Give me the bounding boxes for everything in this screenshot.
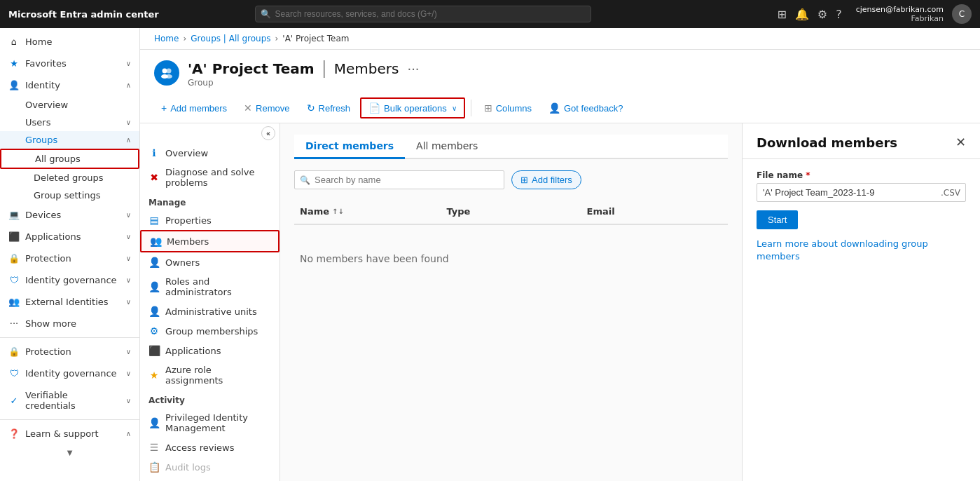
owners-icon: 👤 bbox=[149, 257, 160, 268]
right-panel-close-button[interactable]: ✕ bbox=[955, 135, 966, 150]
right-panel-body: File name * .CSV Start Learn more about … bbox=[743, 159, 980, 274]
left-nav-activity-section: Activity bbox=[140, 390, 279, 408]
tab-direct-members[interactable]: Direct members bbox=[294, 135, 405, 159]
sidebar-item-show-more[interactable]: ··· Show more bbox=[0, 313, 139, 334]
sidebar-sub-item-all-groups[interactable]: All groups bbox=[0, 149, 139, 169]
user-org: Fabrikan bbox=[911, 14, 944, 23]
sidebar-item-home[interactable]: ⌂ Home bbox=[0, 31, 139, 53]
left-nav-properties[interactable]: ▤ Properties bbox=[140, 210, 279, 230]
applications-nav-icon: ⬛ bbox=[149, 345, 160, 356]
protection-chevron: ∨ bbox=[126, 255, 131, 262]
sidebar-item-verifiable-credentials[interactable]: ✓ Verifiable credentials ∨ bbox=[0, 384, 139, 416]
sidebar-item-external-identities[interactable]: 👥 External Identities ∨ bbox=[0, 291, 139, 313]
nav-collapse-button[interactable]: « bbox=[261, 126, 275, 140]
search-box: 🔍 bbox=[294, 170, 504, 189]
user-avatar[interactable]: C bbox=[952, 4, 972, 24]
page-header-icon bbox=[154, 60, 179, 86]
breadcrumb: Home › Groups | All groups › 'A' Project… bbox=[140, 28, 980, 50]
sidebar-item-protection-section[interactable]: 🔒 Protection ∨ bbox=[0, 341, 139, 363]
sidebar-item-identity[interactable]: 👤 Identity ∧ bbox=[0, 74, 139, 96]
left-nav-bulk-operation-results[interactable]: 👥 Bulk operation results bbox=[140, 477, 279, 481]
bell-icon[interactable]: 🔔 bbox=[795, 8, 809, 21]
sidebar-sub-item-overview[interactable]: Overview bbox=[0, 96, 139, 114]
left-nav-access-reviews[interactable]: ☰ Access reviews bbox=[140, 438, 279, 457]
left-nav-owners[interactable]: 👤 Owners bbox=[140, 252, 279, 272]
external-identities-chevron: ∨ bbox=[126, 298, 131, 306]
sidebar-sub-item-groups[interactable]: Groups ∧ bbox=[0, 131, 139, 149]
settings-icon[interactable]: ⚙ bbox=[817, 8, 827, 21]
left-nav-audit-logs[interactable]: 📋 Audit logs bbox=[140, 457, 279, 477]
file-name-label: File name * bbox=[757, 170, 966, 180]
left-nav-group-memberships[interactable]: ⚙ Group memberships bbox=[140, 321, 279, 341]
help-icon[interactable]: ? bbox=[836, 8, 842, 21]
global-search-input[interactable] bbox=[255, 6, 591, 22]
left-nav: « ℹ Overview ✖ Diagnose and solve proble… bbox=[140, 123, 280, 481]
add-members-button[interactable]: + Add members bbox=[154, 99, 234, 117]
add-filters-button[interactable]: ⊞ Add filters bbox=[511, 170, 581, 189]
verifiable-credentials-icon: ✓ bbox=[8, 395, 20, 406]
filter-icon: ⊞ bbox=[520, 175, 528, 185]
got-feedback-button[interactable]: 👤 Got feedback? bbox=[541, 99, 630, 117]
learn-more-link[interactable]: Learn more about downloading group membe… bbox=[757, 238, 966, 263]
left-nav-members[interactable]: 👥 Members bbox=[140, 230, 279, 252]
left-nav-diagnose[interactable]: ✖ Diagnose and solve problems bbox=[140, 163, 279, 192]
sidebar-item-applications[interactable]: ⬛ Applications ∨ bbox=[0, 226, 139, 248]
topbar-actions: ⊞ 🔔 ⚙ ? cjensen@fabrikan.com Fabrikan C bbox=[777, 4, 972, 24]
identity-governance-icon: 🛡 bbox=[8, 275, 20, 285]
bulk-operations-button[interactable]: 📄 Bulk operations ∨ bbox=[360, 97, 465, 118]
right-panel-header: Download members ✕ bbox=[743, 123, 980, 159]
columns-button[interactable]: ⊞ Columns bbox=[477, 99, 539, 117]
file-name-input[interactable] bbox=[757, 183, 966, 202]
sidebar-item-devices[interactable]: 💻 Devices ∨ bbox=[0, 204, 139, 226]
topbar-user-info: cjensen@fabrikan.com Fabrikan bbox=[856, 5, 944, 23]
main-inner: Direct members All members 🔍 ⊞ Add filte… bbox=[280, 123, 742, 481]
sidebar-divider-1 bbox=[0, 337, 139, 338]
sidebar-sub-item-deleted-groups[interactable]: Deleted groups bbox=[0, 169, 139, 187]
left-nav-azure-role[interactable]: ★ Azure role assignments bbox=[140, 360, 279, 390]
columns-icon: ⊞ bbox=[484, 102, 492, 114]
sidebar-sub-item-group-settings[interactable]: Group settings bbox=[0, 187, 139, 204]
toolbar: + Add members ✕ Remove ↻ Refresh 📄 Bulk … bbox=[140, 93, 980, 123]
sidebar-item-identity-governance[interactable]: 🛡 Identity governance ∨ bbox=[0, 269, 139, 291]
overview-icon: ℹ bbox=[149, 147, 160, 158]
portal-icon[interactable]: ⊞ bbox=[777, 8, 786, 21]
breadcrumb-home[interactable]: Home bbox=[154, 34, 179, 43]
sidebar-sub-item-users[interactable]: Users ∨ bbox=[0, 114, 139, 131]
left-nav-overview[interactable]: ℹ Overview bbox=[140, 143, 279, 163]
groups-chevron: ∧ bbox=[126, 136, 131, 144]
breadcrumb-sep-1: › bbox=[183, 34, 186, 43]
sidebar-item-identity-governance-section[interactable]: 🛡 Identity governance ∨ bbox=[0, 363, 139, 384]
page-header-more-btn[interactable]: ··· bbox=[407, 62, 419, 76]
left-nav-roles-admin[interactable]: 👤 Roles and administrators bbox=[140, 272, 279, 302]
left-nav-admin-units[interactable]: 👤 Administrative units bbox=[140, 302, 279, 321]
audit-logs-icon: 📋 bbox=[149, 461, 160, 473]
external-identities-icon: 👥 bbox=[8, 297, 20, 307]
breadcrumb-sep-2: › bbox=[275, 34, 279, 43]
search-container: 🔍 bbox=[255, 6, 591, 22]
svg-point-1 bbox=[167, 69, 172, 74]
learn-support-chevron: ∧ bbox=[126, 430, 131, 438]
learn-support-icon: ❓ bbox=[8, 428, 20, 439]
tab-all-members[interactable]: All members bbox=[405, 135, 489, 159]
main-content: Direct members All members 🔍 ⊞ Add filte… bbox=[280, 123, 742, 481]
sidebar-item-learn-support[interactable]: ❓ Learn & support ∧ bbox=[0, 423, 139, 445]
star-icon: ★ bbox=[8, 58, 20, 69]
sidebar-item-protection[interactable]: 🔒 Protection ∨ bbox=[0, 248, 139, 269]
identity-governance-section-icon: 🛡 bbox=[8, 368, 20, 379]
start-button[interactable]: Start bbox=[757, 210, 798, 229]
protection-section-icon: 🔒 bbox=[8, 346, 20, 357]
left-nav-privileged-identity[interactable]: 👤 Privileged Identity Management bbox=[140, 408, 279, 438]
svg-point-3 bbox=[165, 74, 172, 79]
remove-icon: ✕ bbox=[244, 102, 252, 114]
topbar: Microsoft Entra admin center 🔍 ⊞ 🔔 ⚙ ? c… bbox=[0, 0, 980, 28]
refresh-button[interactable]: ↻ Refresh bbox=[300, 99, 358, 117]
sidebar-scroll-bottom[interactable]: ▼ bbox=[0, 445, 139, 461]
remove-button[interactable]: ✕ Remove bbox=[237, 99, 296, 117]
sidebar-item-favorites[interactable]: ★ Favorites ∨ bbox=[0, 53, 139, 74]
sidebar: ⌂ Home ★ Favorites ∨ 👤 Identity ∧ Overvi… bbox=[0, 28, 140, 481]
identity-governance-section-chevron: ∨ bbox=[126, 370, 131, 377]
member-search-input[interactable] bbox=[294, 170, 504, 189]
left-nav-applications[interactable]: ⬛ Applications bbox=[140, 341, 279, 360]
col-header-name[interactable]: Name ↑↓ bbox=[294, 203, 441, 219]
breadcrumb-groups[interactable]: Groups | All groups bbox=[191, 34, 270, 43]
